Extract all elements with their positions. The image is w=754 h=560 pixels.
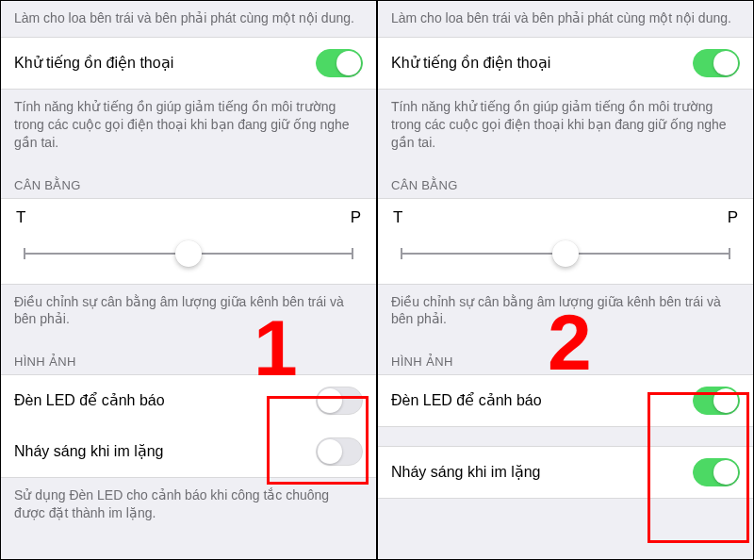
balance-slider-thumb[interactable] — [552, 240, 579, 267]
flash-silent-label: Nháy sáng khi im lặng — [14, 442, 316, 461]
balance-header: CÂN BẰNG — [378, 161, 753, 198]
noise-cancel-label: Khử tiếng ồn điện thoại — [14, 54, 316, 73]
balance-slider[interactable] — [391, 240, 740, 267]
balance-right-label: P — [351, 208, 361, 227]
balance-footer: Điều chỉnh sự cân bằng âm lượng giữa kên… — [1, 285, 376, 338]
noise-cancel-footer: Tính năng khử tiếng ồn giúp giảm tiếng ồ… — [378, 90, 753, 161]
balance-footer: Điều chỉnh sự cân bằng âm lượng giữa kên… — [378, 285, 753, 338]
mono-audio-footer: Làm cho loa bên trái và bên phải phát cù… — [378, 1, 753, 37]
noise-cancel-toggle[interactable] — [316, 49, 363, 77]
led-alert-row: Đèn LED để cảnh báo — [1, 374, 376, 427]
visual-header: HÌNH ẢNH — [378, 338, 753, 374]
balance-slider-box: T P — [1, 198, 376, 285]
noise-cancel-label: Khử tiếng ồn điện thoại — [391, 54, 693, 73]
led-alert-label: Đèn LED để cảnh báo — [391, 391, 693, 410]
noise-cancel-footer: Tính năng khử tiếng ồn giúp giảm tiếng ồ… — [1, 90, 376, 161]
noise-cancel-row: Khử tiếng ồn điện thoại — [378, 37, 753, 90]
balance-right-label: P — [728, 208, 738, 227]
led-alert-label: Đèn LED để cảnh báo — [14, 391, 316, 410]
panel-right: Làm cho loa bên trái và bên phải phát cù… — [377, 0, 754, 560]
panel-left: Làm cho loa bên trái và bên phải phát cù… — [0, 0, 377, 560]
flash-silent-toggle[interactable] — [693, 458, 740, 486]
noise-cancel-toggle[interactable] — [693, 49, 740, 77]
balance-slider[interactable] — [14, 240, 363, 267]
balance-left-label: T — [393, 208, 402, 227]
flash-silent-label: Nháy sáng khi im lặng — [391, 463, 693, 482]
mono-audio-footer: Làm cho loa bên trái và bên phải phát cù… — [1, 1, 376, 37]
flash-silent-row: Nháy sáng khi im lặng — [378, 446, 753, 499]
visual-header: HÌNH ẢNH — [1, 338, 376, 374]
led-alert-toggle[interactable] — [693, 387, 740, 415]
balance-header: CÂN BẰNG — [1, 161, 376, 198]
noise-cancel-row: Khử tiếng ồn điện thoại — [1, 37, 376, 90]
led-alert-row: Đèn LED để cảnh báo — [378, 374, 753, 427]
balance-left-label: T — [16, 208, 25, 227]
led-alert-footer: Sử dụng Đèn LED cho cảnh báo khi công tắ… — [1, 478, 376, 532]
balance-slider-box: T P — [378, 198, 753, 285]
led-alert-toggle[interactable] — [316, 387, 363, 415]
flash-silent-toggle[interactable] — [316, 437, 363, 466]
balance-slider-thumb[interactable] — [175, 240, 202, 267]
flash-silent-row: Nháy sáng khi im lặng — [1, 426, 376, 478]
